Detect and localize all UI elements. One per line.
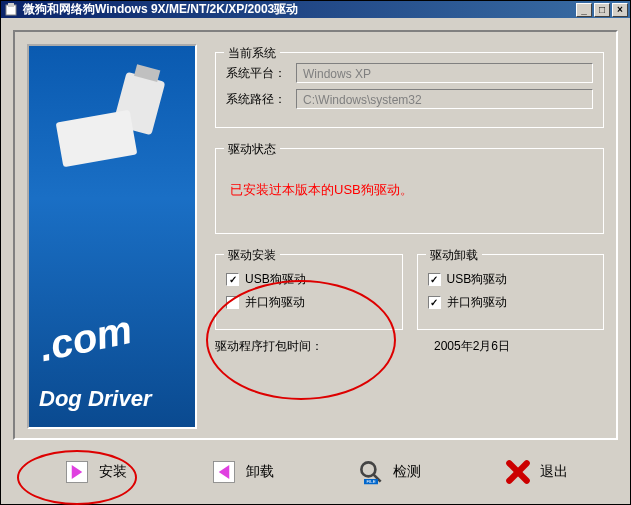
app-icon [3, 2, 19, 18]
uninstall-usb-checkbox[interactable] [428, 273, 441, 286]
install-icon [63, 458, 91, 486]
platform-label: 系统平台： [226, 65, 296, 82]
detect-button-label: 检测 [393, 463, 421, 481]
close-button[interactable]: × [612, 3, 628, 17]
uninstall-parallel-checkbox[interactable] [428, 296, 441, 309]
install-parallel-row[interactable]: 并口狗驱动 [226, 294, 392, 311]
exit-button-label: 退出 [540, 463, 568, 481]
driver-status-group: 驱动状态 已安装过本版本的USB狗驱动。 [215, 148, 604, 234]
platform-value: Windows XP [296, 63, 593, 83]
package-date-value: 2005年2月6日 [434, 338, 604, 355]
install-button-label: 安装 [99, 463, 127, 481]
system-info-legend: 当前系统 [224, 45, 280, 62]
main-panel: .com Dog Driver 当前系统 系统平台： Windows XP 系统… [13, 30, 618, 440]
uninstall-group: 驱动卸载 USB狗驱动 并口狗驱动 [417, 254, 605, 330]
right-panel: 当前系统 系统平台： Windows XP 系统路径： C:\Windows\s… [215, 44, 604, 426]
uninstall-legend: 驱动卸载 [426, 247, 482, 264]
svg-text:FILE: FILE [367, 479, 376, 484]
uninstall-button[interactable]: 卸载 [198, 452, 286, 492]
system-info-group: 当前系统 系统平台： Windows XP 系统路径： C:\Windows\s… [215, 52, 604, 128]
exit-button[interactable]: 退出 [492, 452, 580, 492]
sidebar-image: .com Dog Driver [27, 44, 197, 429]
path-row: 系统路径： C:\Windows\system32 [226, 89, 593, 109]
package-date-row: 驱动程序打包时间： 2005年2月6日 [215, 338, 604, 355]
detect-button[interactable]: FILE 检测 [345, 452, 433, 492]
svg-rect-1 [8, 3, 14, 7]
install-button[interactable]: 安装 [51, 452, 139, 492]
uninstall-usb-row[interactable]: USB狗驱动 [428, 271, 594, 288]
window-title: 微狗和网络狗Windows 9X/ME/NT/2K/XP/2003驱动 [23, 1, 576, 18]
brand-text: Dog Driver [39, 386, 151, 412]
parallel-dongle-icon [56, 110, 138, 167]
status-message: 已安装过本版本的USB狗驱动。 [226, 159, 593, 221]
com-text: .com [35, 307, 136, 370]
install-parallel-checkbox[interactable] [226, 296, 239, 309]
maximize-button[interactable]: □ [594, 3, 610, 17]
install-usb-checkbox[interactable] [226, 273, 239, 286]
uninstall-usb-label: USB狗驱动 [447, 271, 508, 288]
content-area: .com Dog Driver 当前系统 系统平台： Windows XP 系统… [1, 18, 630, 504]
uninstall-button-label: 卸载 [246, 463, 274, 481]
app-window: 微狗和网络狗Windows 9X/ME/NT/2K/XP/2003驱动 _ □ … [0, 0, 631, 505]
install-uninstall-row: 驱动安装 USB狗驱动 并口狗驱动 驱动卸载 [215, 246, 604, 330]
uninstall-icon [210, 458, 238, 486]
button-bar: 安装 卸载 FILE 检测 退出 [13, 440, 618, 492]
uninstall-parallel-row[interactable]: 并口狗驱动 [428, 294, 594, 311]
window-controls: _ □ × [576, 3, 628, 17]
exit-icon [504, 458, 532, 486]
install-usb-row[interactable]: USB狗驱动 [226, 271, 392, 288]
install-usb-label: USB狗驱动 [245, 271, 306, 288]
install-legend: 驱动安装 [224, 247, 280, 264]
svg-point-6 [362, 462, 376, 476]
install-parallel-label: 并口狗驱动 [245, 294, 305, 311]
titlebar: 微狗和网络狗Windows 9X/ME/NT/2K/XP/2003驱动 _ □ … [1, 1, 630, 18]
path-label: 系统路径： [226, 91, 296, 108]
uninstall-parallel-label: 并口狗驱动 [447, 294, 507, 311]
dongle-illustration [59, 76, 169, 176]
package-date-label: 驱动程序打包时间： [215, 338, 434, 355]
minimize-button[interactable]: _ [576, 3, 592, 17]
path-value: C:\Windows\system32 [296, 89, 593, 109]
detect-icon: FILE [357, 458, 385, 486]
platform-row: 系统平台： Windows XP [226, 63, 593, 83]
install-group: 驱动安装 USB狗驱动 并口狗驱动 [215, 254, 403, 330]
driver-status-legend: 驱动状态 [224, 141, 280, 158]
